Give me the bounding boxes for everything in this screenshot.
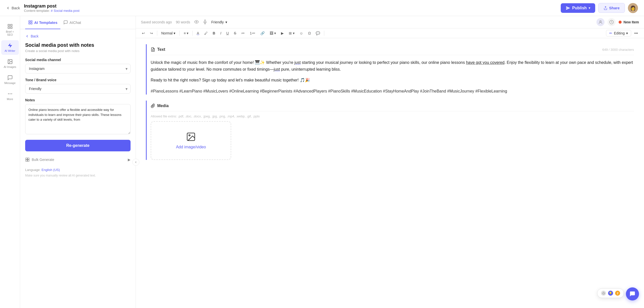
user-avatar[interactable]: 👩 [628,3,638,13]
svg-rect-12 [31,23,32,24]
ordered-list-button[interactable]: 1≔ [248,30,257,36]
underline-button[interactable]: U [224,30,231,36]
more-options-button[interactable]: ••• [632,30,640,36]
text-section-title: Text [151,47,165,52]
editor-area: Saved seconds ago 90 words Friendly [136,16,644,308]
tab-ai-chat[interactable]: AIChat [60,16,84,29]
tone-value: Friendly [211,20,224,24]
align-button[interactable]: ≡ ▾ [182,30,190,36]
play-button[interactable]: ▶ [279,30,286,36]
word-count: 90 words [176,20,190,24]
publish-chevron-icon: ▾ [589,6,590,10]
tone-select[interactable]: Friendly Professional Casual Formal [25,84,131,94]
ai-note: Make sure you manually review all AI gen… [25,174,131,177]
language-value[interactable]: English (US) [42,168,60,172]
bullet-list-button[interactable]: ≔ [239,30,247,36]
text-section-border: Text 649 / 3000 characters Unlock the ma… [146,44,634,95]
bulk-generate[interactable]: Bulk Generate ▶ [25,155,131,164]
image-insert-button[interactable]: 🖼 ▾ [268,30,278,36]
highlight-button[interactable]: 🖊 [202,30,210,36]
editor-content: Text 649 / 3000 characters Unlock the ma… [136,38,644,308]
table-button[interactable]: ⊞ ▾ [287,30,297,36]
svg-rect-1 [10,24,12,26]
history-icon[interactable] [608,18,616,26]
channel-select-wrapper: Instagram Facebook Twitter LinkedIn ▾ [25,64,131,73]
text-section: Text 649 / 3000 characters Unlock the ma… [146,44,634,95]
bulk-generate-label: Bulk Generate [32,158,54,162]
sidebar-item-ai-images-label: AI Images [4,65,16,68]
sidebar-item-message-label: Message [4,81,16,84]
svg-point-7 [10,93,11,94]
share-button[interactable]: Share [598,3,625,13]
svg-rect-11 [29,23,30,24]
svg-point-21 [189,135,190,136]
italic-button[interactable]: I [218,30,223,36]
editor-meta: Saved seconds ago 90 words Friendly [141,20,227,25]
chat-support-button[interactable] [626,287,639,300]
tone-selector[interactable]: Friendly ▾ [211,20,227,24]
top-nav-right: Publish ▾ Share 👩 [561,3,638,13]
bulk-generate-arrow-icon: ▶ [128,158,131,162]
panel-collapse-button[interactable] [132,159,139,166]
editor-body[interactable]: Unlock the magic of music from the comfo… [151,59,634,95]
channel-label: Social media channel [25,58,131,62]
emoji-button[interactable]: ☺ [298,30,305,36]
undo-button[interactable]: ↩ [140,30,147,36]
pencil-icon: ✏ [609,31,612,35]
divider-right [324,31,324,36]
tone-field-group: Tone / Brand voice Friendly Professional… [25,78,131,94]
panel-back-button[interactable]: Back [25,34,131,38]
char-count: 649 / 3000 characters [602,48,634,52]
notes-textarea[interactable]: Online piano lessons offer a flexible an… [25,104,131,134]
sidebar-item-brief-seo[interactable]: Brief + SEO [1,21,19,39]
eye-icon[interactable] [194,20,199,25]
panel-back-label: Back [31,34,38,38]
media-upload-area[interactable]: Add image/video [151,121,231,160]
media-upload-label: Add image/video [176,145,206,149]
media-section-title: Media [157,104,169,108]
sidebar-item-brief-seo-label: Brief + SEO [3,30,17,36]
sidebar-item-more-label: More [7,98,13,101]
widget-on-dot[interactable]: 💡 [608,291,613,296]
widget-badge: 2 [615,291,620,296]
svg-rect-16 [28,160,29,161]
svg-point-18 [600,21,601,22]
notes-label: Notes [25,98,131,102]
format-style-selector[interactable]: Normal ▾ [159,30,177,36]
sidebar-item-message[interactable]: Message [1,72,19,87]
editing-mode-selector[interactable]: ✏ Editing ▾ [606,30,631,36]
link-button[interactable]: 🔗 [258,30,267,36]
tab-ai-chat-label: AIChat [69,20,81,25]
comment-button[interactable]: 💬 [314,30,322,36]
editor-topbar: Saved seconds ago 90 words Friendly [136,16,644,28]
special-chars-button[interactable]: Ω [306,30,313,36]
body-paragraph-2: Ready to hit the right notes? Sign up to… [151,77,634,83]
mic-icon[interactable] [203,20,207,25]
strikethrough-button[interactable]: S [232,30,238,36]
top-nav-left: Back Instagram post Content template: # … [6,4,79,13]
svg-rect-10 [31,21,32,22]
channel-select[interactable]: Instagram Facebook Twitter LinkedIn [25,64,131,73]
panel-subtitle: Create a social media post with notes [25,49,131,53]
divider-3 [192,31,193,36]
back-button[interactable]: Back [6,6,20,10]
sidebar-item-more[interactable]: More [1,89,19,103]
channel-field-group: Social media channel Instagram Facebook … [25,58,131,73]
sidebar-item-ai-images[interactable]: AI Images [1,56,19,71]
content-template-link[interactable]: Social media post [54,9,79,13]
media-section-header: Media [151,101,634,111]
notes-field-group: Notes Online piano lessons offer a flexi… [25,98,131,135]
regenerate-button[interactable]: Re-generate [25,140,131,151]
widget-off-dot[interactable]: ⏻ [601,291,606,296]
bold-button[interactable]: B [211,30,217,36]
svg-rect-9 [29,21,30,22]
format-style-label: Normal [161,31,173,35]
collaborator-avatar-icon[interactable] [596,18,605,26]
svg-rect-14 [28,158,29,159]
publish-button[interactable]: Publish ▾ [561,3,595,13]
tab-ai-templates[interactable]: AI Templates [25,16,60,29]
sidebar-item-ai-writer[interactable]: AI Writer [1,40,19,55]
svg-rect-13 [26,158,27,159]
text-color-button[interactable]: A [195,30,201,36]
redo-button[interactable]: ↪ [148,30,155,36]
